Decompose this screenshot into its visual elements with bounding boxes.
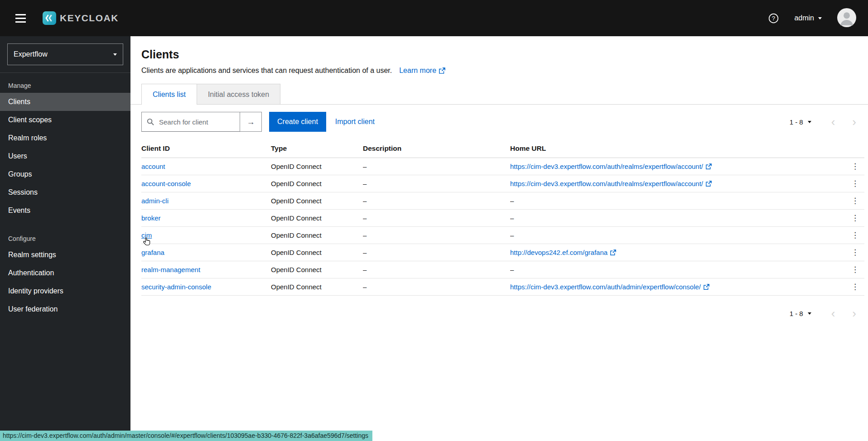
sidebar-item-events[interactable]: Events	[0, 201, 130, 220]
pagination-range: 1 - 8	[790, 310, 803, 317]
client-type: OpenID Connect	[271, 214, 363, 222]
tab-initial-access-token[interactable]: Initial access token	[197, 84, 280, 105]
home-url-link[interactable]: https://cim-dev3.expertflow.com/auth/adm…	[510, 283, 709, 291]
hamburger-menu-icon[interactable]	[12, 10, 29, 26]
client-description: –	[363, 180, 510, 187]
external-link-icon	[439, 67, 445, 74]
home-url-link[interactable]: http://devops242.ef.com/grafana	[510, 249, 616, 256]
kebab-menu-button[interactable]: ⋮	[846, 230, 864, 241]
client-description: –	[363, 214, 510, 222]
client-id-link[interactable]: grafana	[141, 249, 164, 256]
pagination-next-button[interactable]: ›	[848, 116, 861, 128]
table-row: account OpenID Connect – https://cim-dev…	[141, 158, 864, 175]
search-input[interactable]	[141, 112, 240, 132]
kebab-menu-button[interactable]: ⋮	[846, 247, 864, 258]
column-header-description: Description	[363, 144, 510, 153]
table-toolbar: → Create client Import client 1 - 8 ‹ ›	[130, 105, 868, 139]
home-url-link[interactable]: https://cim-dev3.expertflow.com/auth/rea…	[510, 180, 712, 187]
client-description: –	[363, 249, 510, 256]
external-link-icon	[610, 249, 616, 255]
nav-section-manage: Manage	[0, 73, 130, 93]
sidebar-item-user-federation[interactable]: User federation	[0, 300, 130, 318]
learn-more-link[interactable]: Learn more	[399, 67, 445, 75]
pagination-range-toggle[interactable]: 1 - 8	[787, 118, 814, 126]
svg-text:?: ?	[772, 15, 775, 22]
link-preview-statusbar: https://cim-dev3.expertflow.com/auth/adm…	[0, 431, 372, 441]
username-label: admin	[794, 14, 814, 22]
client-home-url: –	[510, 214, 843, 222]
kebab-menu-button[interactable]: ⋮	[846, 178, 864, 189]
sidebar-item-users[interactable]: Users	[0, 147, 130, 165]
table-row: broker OpenID Connect – – ⋮	[141, 210, 864, 227]
page-description: Clients are applications and services th…	[141, 67, 392, 75]
table-row: admin-cli OpenID Connect – – ⋮	[141, 192, 864, 210]
pagination-prev-button[interactable]: ‹	[827, 307, 840, 319]
tab-bar: Clients list Initial access token	[130, 84, 868, 105]
kebab-menu-button[interactable]: ⋮	[846, 281, 864, 292]
import-client-link[interactable]: Import client	[333, 118, 376, 126]
pagination-prev-button[interactable]: ‹	[827, 116, 840, 128]
create-client-button[interactable]: Create client	[269, 112, 326, 132]
chevron-down-icon	[113, 53, 117, 56]
table-header-row: Client ID Type Description Home URL	[141, 139, 864, 158]
client-id-link[interactable]: account-console	[141, 180, 191, 187]
client-description: –	[363, 231, 510, 239]
realm-selector[interactable]: Expertflow	[7, 43, 123, 65]
realm-name: Expertflow	[14, 50, 48, 58]
client-type: OpenID Connect	[271, 197, 363, 205]
client-type: OpenID Connect	[271, 231, 363, 239]
sidebar-item-identity-providers[interactable]: Identity providers	[0, 282, 130, 300]
sidebar-item-clients[interactable]: Clients	[0, 93, 130, 111]
search-submit-button[interactable]: →	[240, 112, 262, 132]
kebab-menu-button[interactable]: ⋮	[846, 195, 864, 206]
client-type: OpenID Connect	[271, 180, 363, 187]
sidebar: Expertflow Manage Clients Client scopes …	[0, 36, 130, 441]
table-row: account-console OpenID Connect – https:/…	[141, 175, 864, 192]
kebab-menu-button[interactable]: ⋮	[846, 264, 864, 275]
chevron-down-icon	[818, 17, 822, 19]
sidebar-item-sessions[interactable]: Sessions	[0, 183, 130, 201]
avatar[interactable]	[837, 8, 856, 29]
client-home-url: –	[510, 197, 843, 205]
nav-section-configure: Configure	[0, 226, 130, 246]
kebab-menu-button[interactable]: ⋮	[846, 161, 864, 172]
external-link-icon	[706, 181, 712, 187]
external-link-icon	[706, 163, 712, 169]
client-id-link[interactable]: realm-management	[141, 266, 200, 273]
sidebar-item-realm-settings[interactable]: Realm settings	[0, 246, 130, 264]
table-row: realm-management OpenID Connect – – ⋮	[141, 261, 864, 278]
masthead: KEYCLOAK ? admin	[0, 0, 868, 36]
client-id-link[interactable]: broker	[141, 214, 161, 222]
client-id-link[interactable]: security-admin-console	[141, 283, 211, 291]
pagination-range-toggle[interactable]: 1 - 8	[787, 310, 814, 317]
table-row: grafana OpenID Connect – http://devops24…	[141, 244, 864, 261]
client-id-link[interactable]: account	[141, 163, 165, 170]
help-button[interactable]: ?	[768, 13, 779, 24]
pagination-range: 1 - 8	[790, 118, 803, 126]
column-header-client-id: Client ID	[141, 144, 271, 153]
client-type: OpenID Connect	[271, 266, 363, 273]
client-id-link[interactable]: cim	[141, 231, 152, 239]
sidebar-item-client-scopes[interactable]: Client scopes	[0, 111, 130, 129]
page-title: Clients	[141, 48, 857, 61]
client-id-link[interactable]: admin-cli	[141, 197, 169, 205]
tab-clients-list[interactable]: Clients list	[141, 84, 197, 105]
client-description: –	[363, 266, 510, 273]
sidebar-item-authentication[interactable]: Authentication	[0, 264, 130, 282]
kebab-menu-button[interactable]: ⋮	[846, 212, 864, 224]
column-header-type: Type	[271, 144, 363, 153]
table-row: cim OpenID Connect – – ⋮	[141, 227, 864, 244]
sidebar-item-realm-roles[interactable]: Realm roles	[0, 129, 130, 147]
chevron-down-icon	[808, 121, 811, 123]
question-circle-icon: ?	[768, 13, 779, 24]
brand-wordmark: KEYCLOAK	[60, 13, 119, 24]
bottom-pagination: 1 - 8 ‹ ›	[130, 296, 868, 319]
clients-table: Client ID Type Description Home URL acco…	[141, 139, 864, 296]
main-content: Clients Clients are applications and ser…	[130, 36, 868, 441]
home-url-link[interactable]: https://cim-dev3.expertflow.com/auth/rea…	[510, 163, 712, 170]
pagination-next-button[interactable]: ›	[848, 307, 861, 319]
sidebar-item-groups[interactable]: Groups	[0, 165, 130, 183]
user-menu[interactable]: admin	[791, 14, 825, 23]
avatar-icon	[837, 8, 856, 27]
client-description: –	[363, 283, 510, 291]
